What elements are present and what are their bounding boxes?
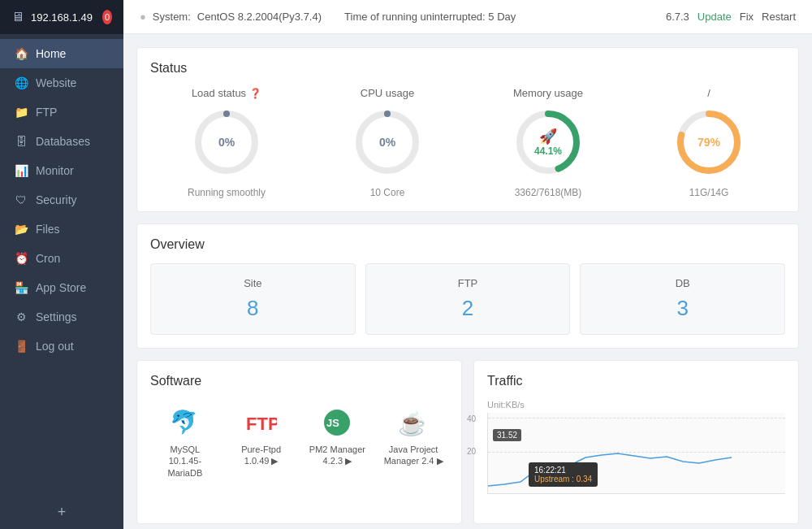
sidebar-item-website[interactable]: 🌐 Website <box>0 68 123 98</box>
status-card: Status Load status❓ 0% Running smoothly … <box>136 47 799 212</box>
overview-value-1: 2 <box>462 296 473 321</box>
nav-icon-5: 🛡 <box>15 193 28 206</box>
sidebar-item-log-out[interactable]: 🚪 Log out <box>0 332 123 361</box>
nav-label-3: Databases <box>36 135 90 148</box>
donut-value-1: 0% <box>379 136 395 149</box>
server-ip: 192.168.1.49 <box>31 11 93 24</box>
nav-label-7: Cron <box>36 252 60 265</box>
status-label-3: / <box>707 87 710 99</box>
overview-label-2: DB <box>676 277 690 289</box>
nav-label-10: Log out <box>36 340 74 353</box>
nav-label-0: Home <box>36 47 66 60</box>
nav-icon-9: ⚙ <box>15 310 28 323</box>
donut-value-3: 79% <box>698 136 720 149</box>
version-label: 6.7.3 <box>666 11 689 23</box>
restart-button[interactable]: Restart <box>762 11 796 23</box>
sidebar-item-databases[interactable]: 🗄 Databases <box>0 127 123 156</box>
sidebar-item-cron[interactable]: ⏰ Cron <box>0 244 123 273</box>
nav-label-1: Website <box>36 76 76 89</box>
status-label-2: Memory usage <box>513 87 583 99</box>
software-card: Software 🐬 MySQL 10.1.45- MariaDB FTP Pu… <box>136 360 462 524</box>
sidebar-item-app-store[interactable]: 🏪 App Store <box>0 273 123 302</box>
bottom-split: Software 🐬 MySQL 10.1.45- MariaDB FTP Pu… <box>136 360 799 524</box>
donut-2: 🚀44.1% <box>512 106 585 179</box>
status-sub-3: 11G/14G <box>689 187 729 198</box>
overview-label-0: Site <box>244 277 261 289</box>
sidebar-item-ftp[interactable]: 📁 FTP <box>0 98 123 127</box>
traffic-title: Traffic <box>487 374 785 388</box>
add-button[interactable]: + <box>0 496 123 529</box>
svg-text:JS: JS <box>326 417 339 429</box>
status-title: Status <box>150 61 785 76</box>
overview-item-ftp: FTP 2 <box>365 263 571 335</box>
software-item-3[interactable]: ☕ Java Project Manager 2.4 ▶ <box>378 400 448 485</box>
update-button[interactable]: Update <box>698 11 732 23</box>
topbar-left: ● System: CentOS 8.2.2004(Py3.7.4) Time … <box>140 11 516 23</box>
software-name-3: Java Project Manager 2.4 ▶ <box>382 444 445 467</box>
traffic-card: Traffic Unit:KB/s 40 20 31.52 <box>473 360 799 524</box>
donut-value-0: 0% <box>218 136 235 149</box>
sidebar-item-monitor[interactable]: 📊 Monitor <box>0 156 123 185</box>
system-value: CentOS 8.2.2004(Py3.7.4) <box>197 11 322 23</box>
chart-tooltip: 16:22:21 Upstream : 0.34 <box>529 462 598 487</box>
software-grid: 🐬 MySQL 10.1.45- MariaDB FTP Pure-Ftpd 1… <box>150 400 448 485</box>
status-item-0: Load status❓ 0% Running smoothly <box>150 87 303 198</box>
sidebar-item-security[interactable]: 🛡 Security <box>0 185 123 215</box>
status-sub-1: 10 Core <box>370 187 405 198</box>
donut-value-2: 🚀44.1% <box>534 128 562 157</box>
sidebar-item-settings[interactable]: ⚙ Settings <box>0 302 123 332</box>
software-name-2: PM2 Manager 4.2.3 ▶ <box>306 444 369 467</box>
notification-badge: 0 <box>102 10 112 24</box>
software-item-0[interactable]: 🐬 MySQL 10.1.45- MariaDB <box>150 400 220 485</box>
tooltip-upstream: Upstream : 0.34 <box>534 475 592 483</box>
svg-text:🐬: 🐬 <box>170 409 198 436</box>
overview-title: Overview <box>150 237 785 252</box>
software-item-2[interactable]: JS PM2 Manager 4.2.3 ▶ <box>303 400 373 485</box>
svg-text:☕: ☕ <box>398 410 426 437</box>
nav-icon-2: 📁 <box>15 106 28 119</box>
software-icon-1: FTP <box>245 406 278 439</box>
nav-icon-4: 📊 <box>15 164 28 177</box>
nav-label-5: Security <box>36 193 77 206</box>
monitor-icon: 🖥 <box>11 10 24 24</box>
nav-icon-0: 🏠 <box>15 47 28 60</box>
tooltip-time: 16:22:21 <box>534 466 592 475</box>
nav-menu: 🏠 Home🌐 Website📁 FTP🗄 Databases📊 Monitor… <box>0 34 123 496</box>
software-icon-3: ☕ <box>397 406 430 439</box>
y-label-20: 20 <box>467 447 476 456</box>
y-label-40: 40 <box>467 414 476 423</box>
software-item-1[interactable]: FTP Pure-Ftpd 1.0.49 ▶ <box>227 400 296 485</box>
topbar-right: 6.7.3 Update Fix Restart <box>666 11 796 23</box>
status-sub-0: Running smoothly <box>188 187 266 198</box>
chart-area: 40 20 31.52 16:22:21 Upstream : 0.34 <box>487 413 785 494</box>
overview-item-db: DB 3 <box>580 263 785 335</box>
overview-grid: Site 8 FTP 2 DB 3 <box>150 263 785 335</box>
donut-3: 79% <box>672 106 745 179</box>
overview-card: Overview Site 8 FTP 2 DB 3 <box>136 223 799 349</box>
nav-icon-3: 🗄 <box>15 135 28 148</box>
nav-icon-7: ⏰ <box>15 252 28 265</box>
content-area: Status Load status❓ 0% Running smoothly … <box>123 34 812 529</box>
status-grid: Load status❓ 0% Running smoothly CPU usa… <box>150 87 785 198</box>
main-area: ● System: CentOS 8.2.2004(Py3.7.4) Time … <box>123 0 812 529</box>
sidebar: 🖥 192.168.1.49 0 🏠 Home🌐 Website📁 FTP🗄 D… <box>0 0 123 529</box>
nav-label-8: App Store <box>36 281 86 294</box>
hint-icon-0: ❓ <box>249 88 261 99</box>
status-label-1: CPU usage <box>361 87 414 99</box>
nav-icon-1: 🌐 <box>15 76 28 89</box>
nav-label-4: Monitor <box>36 164 74 177</box>
system-label: System: <box>153 11 191 23</box>
circle-icon: ● <box>140 11 146 23</box>
status-item-3: / 79% 11G/14G <box>633 87 785 198</box>
nav-label-2: FTP <box>36 106 57 119</box>
nav-icon-6: 📂 <box>15 223 28 236</box>
uptime-label: Time of running uninterrupted: 5 Day <box>344 11 516 23</box>
status-item-1: CPU usage 0% 10 Core <box>311 87 464 198</box>
sidebar-item-files[interactable]: 📂 Files <box>0 215 123 244</box>
status-item-2: Memory usage 🚀44.1% 3362/7618(MB) <box>472 87 624 198</box>
fix-button[interactable]: Fix <box>740 11 754 23</box>
sidebar-item-home[interactable]: 🏠 Home <box>0 39 123 68</box>
nav-label-9: Settings <box>36 310 77 323</box>
donut-0: 0% <box>190 106 263 179</box>
overview-value-0: 8 <box>247 296 258 321</box>
